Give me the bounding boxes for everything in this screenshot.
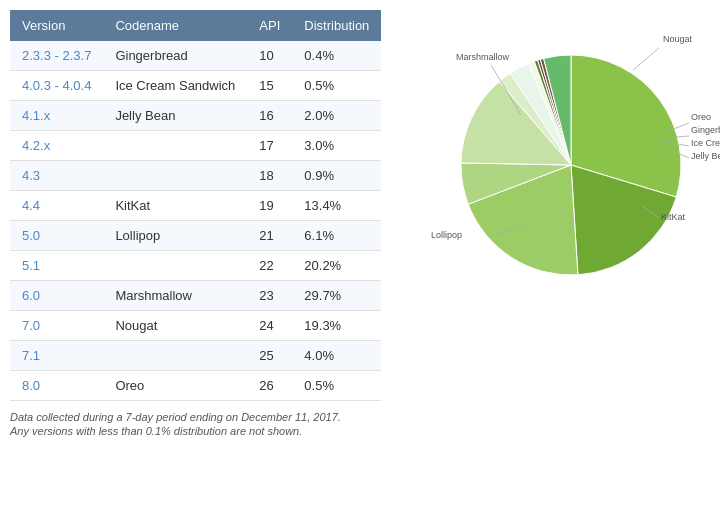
cell-api: 22 xyxy=(247,251,292,281)
table-row: 7.0Nougat2419.3% xyxy=(10,311,381,341)
cell-codename xyxy=(103,251,247,281)
cell-version[interactable]: 7.1 xyxy=(10,341,103,371)
version-link[interactable]: 2.3.3 - 2.3.7 xyxy=(22,48,91,63)
cell-api: 25 xyxy=(247,341,292,371)
version-link[interactable]: 4.1.x xyxy=(22,108,50,123)
cell-api: 24 xyxy=(247,311,292,341)
main-container: Version Codename API Distribution 2.3.3 … xyxy=(10,10,710,439)
cell-codename xyxy=(103,341,247,371)
pie-label-text: Marshmallow xyxy=(456,52,510,62)
footnote-line1: Data collected during a 7-day period end… xyxy=(10,411,381,423)
cell-codename xyxy=(103,161,247,191)
cell-api: 26 xyxy=(247,371,292,401)
version-link[interactable]: 4.4 xyxy=(22,198,40,213)
cell-version[interactable]: 4.4 xyxy=(10,191,103,221)
cell-codename: Lollipop xyxy=(103,221,247,251)
cell-codename: Oreo xyxy=(103,371,247,401)
pie-label-text: Oreo xyxy=(691,112,711,122)
cell-version[interactable]: 5.0 xyxy=(10,221,103,251)
table-header-row: Version Codename API Distribution xyxy=(10,10,381,41)
cell-codename: Ice Cream Sandwich xyxy=(103,71,247,101)
cell-api: 23 xyxy=(247,281,292,311)
pie-label-line xyxy=(633,48,659,70)
cell-distribution: 0.4% xyxy=(292,41,381,71)
col-version: Version xyxy=(10,10,103,41)
cell-version[interactable]: 7.0 xyxy=(10,311,103,341)
cell-distribution: 0.9% xyxy=(292,161,381,191)
cell-codename: Marshmallow xyxy=(103,281,247,311)
pie-chart-container: MarshmallowNougatLollipopKitKatOreoGinge… xyxy=(401,20,720,300)
cell-distribution: 0.5% xyxy=(292,71,381,101)
col-distribution: Distribution xyxy=(292,10,381,41)
cell-distribution: 29.7% xyxy=(292,281,381,311)
pie-label-text: KitKat xyxy=(661,212,686,222)
version-link[interactable]: 4.0.3 - 4.0.4 xyxy=(22,78,91,93)
table-row: 4.3180.9% xyxy=(10,161,381,191)
cell-api: 17 xyxy=(247,131,292,161)
pie-label-text: Lollipop xyxy=(431,230,462,240)
table-row: 7.1254.0% xyxy=(10,341,381,371)
table-section: Version Codename API Distribution 2.3.3 … xyxy=(10,10,381,439)
cell-distribution: 0.5% xyxy=(292,371,381,401)
footnote-line2: Any versions with less than 0.1% distrib… xyxy=(10,425,381,437)
version-link[interactable]: 7.1 xyxy=(22,348,40,363)
cell-codename: Nougat xyxy=(103,311,247,341)
cell-distribution: 2.0% xyxy=(292,101,381,131)
table-row: 4.1.xJelly Bean162.0% xyxy=(10,101,381,131)
cell-version[interactable]: 4.1.x xyxy=(10,101,103,131)
col-api: API xyxy=(247,10,292,41)
pie-label-text: Gingerbread xyxy=(691,125,720,135)
footnote: Data collected during a 7-day period end… xyxy=(10,411,381,437)
version-link[interactable]: 4.2.x xyxy=(22,138,50,153)
cell-api: 21 xyxy=(247,221,292,251)
table-row: 4.4KitKat1913.4% xyxy=(10,191,381,221)
table-row: 5.0Lollipop216.1% xyxy=(10,221,381,251)
pie-chart-svg: MarshmallowNougatLollipopKitKatOreoGinge… xyxy=(401,20,720,300)
cell-codename: KitKat xyxy=(103,191,247,221)
cell-api: 19 xyxy=(247,191,292,221)
pie-label-text: Nougat xyxy=(663,34,693,44)
col-codename: Codename xyxy=(103,10,247,41)
cell-version[interactable]: 8.0 xyxy=(10,371,103,401)
cell-distribution: 4.0% xyxy=(292,341,381,371)
cell-version[interactable]: 4.3 xyxy=(10,161,103,191)
cell-distribution: 19.3% xyxy=(292,311,381,341)
cell-api: 15 xyxy=(247,71,292,101)
cell-version[interactable]: 2.3.3 - 2.3.7 xyxy=(10,41,103,71)
cell-api: 18 xyxy=(247,161,292,191)
table-row: 8.0Oreo260.5% xyxy=(10,371,381,401)
version-link[interactable]: 5.1 xyxy=(22,258,40,273)
cell-api: 10 xyxy=(247,41,292,71)
cell-distribution: 13.4% xyxy=(292,191,381,221)
version-link[interactable]: 7.0 xyxy=(22,318,40,333)
version-link[interactable]: 8.0 xyxy=(22,378,40,393)
table-row: 4.0.3 - 4.0.4Ice Cream Sandwich150.5% xyxy=(10,71,381,101)
cell-codename xyxy=(103,131,247,161)
cell-distribution: 20.2% xyxy=(292,251,381,281)
table-row: 5.12220.2% xyxy=(10,251,381,281)
cell-version[interactable]: 4.0.3 - 4.0.4 xyxy=(10,71,103,101)
cell-version[interactable]: 5.1 xyxy=(10,251,103,281)
cell-version[interactable]: 4.2.x xyxy=(10,131,103,161)
cell-distribution: 6.1% xyxy=(292,221,381,251)
table-row: 2.3.3 - 2.3.7Gingerbread100.4% xyxy=(10,41,381,71)
version-link[interactable]: 4.3 xyxy=(22,168,40,183)
cell-api: 16 xyxy=(247,101,292,131)
cell-codename: Gingerbread xyxy=(103,41,247,71)
chart-section: MarshmallowNougatLollipopKitKatOreoGinge… xyxy=(401,10,720,300)
android-versions-table: Version Codename API Distribution 2.3.3 … xyxy=(10,10,381,401)
version-link[interactable]: 6.0 xyxy=(22,288,40,303)
table-row: 4.2.x173.0% xyxy=(10,131,381,161)
cell-distribution: 3.0% xyxy=(292,131,381,161)
cell-codename: Jelly Bean xyxy=(103,101,247,131)
pie-label-text: Ice Cream Sandwich xyxy=(691,138,720,148)
cell-version[interactable]: 6.0 xyxy=(10,281,103,311)
pie-label-text: Jelly Bean xyxy=(691,151,720,161)
version-link[interactable]: 5.0 xyxy=(22,228,40,243)
table-row: 6.0Marshmallow2329.7% xyxy=(10,281,381,311)
